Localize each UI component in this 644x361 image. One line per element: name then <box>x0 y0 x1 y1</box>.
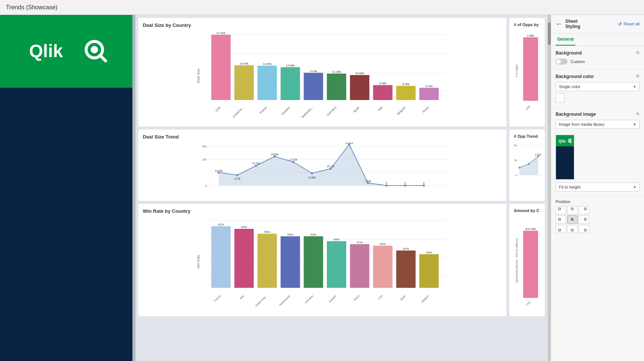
svg-text:17.62k: 17.62k <box>289 158 298 161</box>
svg-point-60 <box>404 184 406 187</box>
svg-text:Italy: Italy <box>239 294 245 300</box>
deal-size-trend-chart: 35k 15k 0 <box>143 143 502 195</box>
deal-size-country-card: Deal Size by Country Deal Size 27.32k US… <box>138 18 506 127</box>
svg-rect-24 <box>327 74 346 100</box>
svg-text:0: 0 <box>386 182 387 184</box>
background-section-title: Background <box>556 50 582 56</box>
opps-partial-chart: # of Opps 2.88k USA <box>514 30 544 112</box>
panel-tabs: General <box>551 34 644 46</box>
svg-text:Qlik: Qlik <box>559 139 566 143</box>
svg-text:Germany: Germany <box>326 106 337 117</box>
svg-point-81 <box>528 163 530 165</box>
svg-text:11.38k: 11.38k <box>332 70 341 74</box>
background-image-section: Background image ↻ Image from media libr… <box>551 107 644 196</box>
position-top-left[interactable] <box>556 206 566 214</box>
amount-partial-card: Amount by C Opportunity Amount - Won (in… <box>509 204 545 316</box>
svg-point-52 <box>255 165 257 167</box>
qlik-logo-area: Qlik <box>0 15 132 88</box>
background-custom-toggle[interactable] <box>556 59 568 65</box>
svg-text:Opportunity Amount - Won (in M: Opportunity Amount - Won (in Millions) <box>515 238 518 283</box>
svg-text:15.74k: 15.74k <box>252 162 260 165</box>
svg-rect-127 <box>559 208 560 210</box>
svg-text:12.9k: 12.9k <box>234 177 241 180</box>
svg-rect-132 <box>584 218 586 220</box>
svg-rect-9 <box>211 35 231 100</box>
center-content: Deal Size by Country Deal Size 27.32k US… <box>135 15 548 361</box>
background-custom-toggle-row: Custom <box>556 59 640 65</box>
background-image-title: Background image <box>556 112 596 117</box>
svg-point-51 <box>236 174 239 176</box>
background-reset-icon[interactable]: ↻ <box>636 50 640 55</box>
left-scrollbar[interactable] <box>132 15 135 361</box>
svg-text:Spain: Spain <box>352 106 360 113</box>
svg-point-56 <box>330 168 332 170</box>
position-middle-right[interactable] <box>579 215 589 224</box>
back-button[interactable]: ← <box>556 20 562 28</box>
svg-text:USA: USA <box>215 106 222 112</box>
svg-rect-89 <box>211 226 231 288</box>
svg-text:United King...: United King... <box>255 295 268 308</box>
svg-text:0: 0 <box>423 182 425 184</box>
position-bottom-center[interactable] <box>567 225 578 233</box>
background-image-dropdown[interactable]: Image from media library URL <box>556 120 640 129</box>
svg-text:Deal Size: Deal Size <box>197 69 200 83</box>
background-color-reset-icon[interactable]: ↻ <box>636 74 640 79</box>
background-image-preview[interactable]: Qlik <box>556 135 574 180</box>
deal-size-trend-title: Deal Size Trend <box>143 134 502 140</box>
svg-text:13.88k: 13.88k <box>308 176 316 179</box>
svg-text:6.58k: 6.58k <box>379 82 387 85</box>
svg-text:0: 0 <box>405 182 406 184</box>
svg-text:Germany: Germany <box>304 294 314 304</box>
position-bottom-right[interactable] <box>579 225 589 233</box>
background-custom-label: Custom <box>571 59 585 64</box>
win-rate-country-title: Win Rate by Country <box>143 208 502 214</box>
position-top-right[interactable] <box>579 206 589 214</box>
opps-partial-card: # of Opps by # of Opps 2.88k USA <box>509 18 545 127</box>
position-bottom-left[interactable] <box>556 225 566 233</box>
svg-text:46%: 46% <box>380 242 386 246</box>
svg-point-3 <box>91 46 98 53</box>
reset-all-button[interactable]: ↺ Reset all <box>618 21 640 27</box>
svg-rect-15 <box>258 66 277 100</box>
background-color-dropdown[interactable]: Single color Gradient Expression <box>556 82 640 91</box>
opps-partial-title: # of Opps by <box>514 22 540 27</box>
fit-dropdown[interactable]: Fit to height Fit to width Stretch Origi… <box>556 183 640 192</box>
background-image-preview-wrapper: Qlik <box>556 132 640 180</box>
svg-text:Win Rate: Win Rate <box>197 255 200 268</box>
svg-text:27.32k: 27.32k <box>216 31 226 35</box>
svg-rect-134 <box>571 229 573 231</box>
svg-text:15k: 15k <box>202 158 207 161</box>
tab-general[interactable]: General <box>556 34 575 46</box>
left-sidebar: Qlik <box>0 15 132 361</box>
svg-rect-21 <box>304 73 323 100</box>
svg-text:# of Opps: # of Opps <box>515 65 518 78</box>
svg-rect-135 <box>584 229 586 231</box>
center-right-scrollbar[interactable] <box>548 15 551 361</box>
position-middle-center[interactable] <box>567 215 578 224</box>
page-title: Trends (Showcase) <box>6 4 57 11</box>
position-middle-left[interactable] <box>556 215 566 224</box>
svg-text:Italy: Italy <box>377 106 383 112</box>
background-image-reset-icon[interactable]: ↻ <box>636 112 640 116</box>
position-section: Position <box>551 196 644 236</box>
svg-line-2 <box>100 55 106 61</box>
svg-text:United Ki...: United Ki... <box>232 106 245 118</box>
svg-text:Spain: Spain <box>400 295 406 301</box>
background-color-title: Background color <box>556 74 594 79</box>
background-color-swatch[interactable] <box>556 93 565 102</box>
charts-row-3: Win Rate by Country Win Rate 61% France … <box>138 204 545 316</box>
svg-rect-30 <box>373 85 393 100</box>
qlik-logo: Qlik <box>25 37 107 66</box>
svg-text:47%: 47% <box>356 241 362 244</box>
position-top-center[interactable] <box>567 206 578 214</box>
charts-row-1: Deal Size by Country Deal Size 27.32k US… <box>138 18 545 127</box>
svg-text:USA: USA <box>525 301 531 305</box>
svg-text:Belgium: Belgium <box>421 295 430 304</box>
svg-text:France: France <box>214 295 221 302</box>
svg-rect-133 <box>559 229 560 231</box>
svg-text:30.66k: 30.66k <box>345 143 354 144</box>
deal-size-country-chart: Deal Size 27.32k USA 14.56k United Ki... <box>143 31 502 121</box>
svg-point-61 <box>423 184 425 187</box>
svg-text:49%: 49% <box>333 238 339 241</box>
deal-size-trend-card: Deal Size Trend 35k 15k 0 <box>138 130 506 201</box>
